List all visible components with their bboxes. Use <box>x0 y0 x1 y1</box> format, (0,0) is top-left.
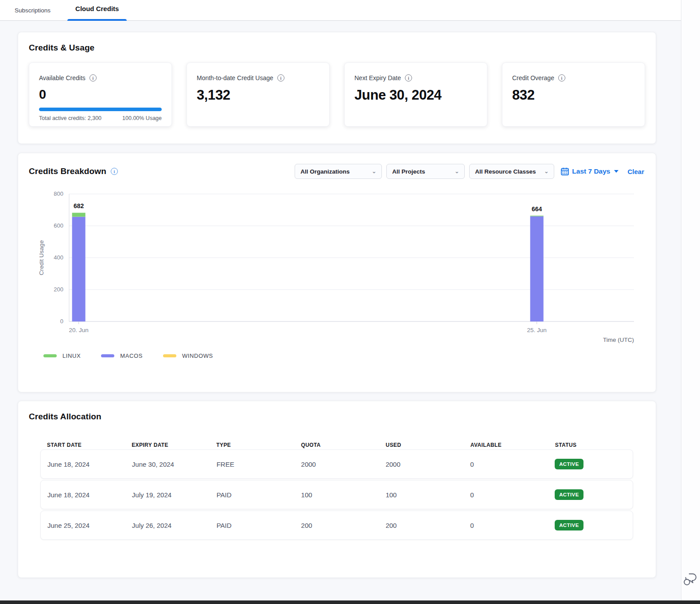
macos-legend-label: MACOS <box>120 352 143 359</box>
date-range-value: Last 7 Days <box>572 167 610 175</box>
cell-type: PAID <box>210 522 295 529</box>
tab-subscriptions[interactable]: Subscriptions <box>10 0 55 21</box>
cell-start-date: June 18, 2024 <box>41 461 125 468</box>
right-gutter <box>681 0 700 600</box>
svg-text:Credit Usage: Credit Usage <box>38 240 45 275</box>
next-expiry-label: Next Expiry Date <box>354 74 401 81</box>
col-start-date: START DATE <box>40 442 125 448</box>
windows-legend-swatch <box>163 354 176 357</box>
macos-legend-swatch <box>101 354 114 357</box>
chevron-down-icon: ⌄ <box>544 168 548 174</box>
tab-cloud-credits-label: Cloud Credits <box>75 5 119 12</box>
status-badge: ACTIVE <box>555 520 583 530</box>
svg-text:400: 400 <box>54 254 63 261</box>
resource-classes-select-value: All Resource Classes <box>475 168 536 175</box>
stat-cards-row: Available Credits i 0 Total active credi… <box>29 62 645 127</box>
table-row: June 18, 2024 July 19, 2024 PAID 100 100… <box>40 480 633 509</box>
credit-overage-card: Credit Overage i 832 <box>502 62 645 127</box>
credits-progress-fill <box>39 108 162 111</box>
breakdown-filters: All Organizations ⌄ All Projects ⌄ All R… <box>295 164 645 179</box>
credits-usage-panel: Credits & Usage Available Credits i 0 To… <box>18 32 656 144</box>
legend-item-linux[interactable]: LINUX <box>43 352 81 359</box>
mtd-usage-label: Month-to-date Credit Usage <box>197 74 273 81</box>
active-tab-underline <box>67 19 127 21</box>
info-icon[interactable]: i <box>89 74 97 81</box>
info-icon[interactable]: i <box>405 74 412 81</box>
status-badge: ACTIVE <box>555 459 583 469</box>
cell-used: 2000 <box>379 461 463 468</box>
credits-allocation-title: Credits Allocation <box>29 412 645 422</box>
cell-expiry-date: July 19, 2024 <box>125 491 210 499</box>
cell-quota: 2000 <box>295 461 379 468</box>
col-expiry-date: EXPIRY DATE <box>125 442 210 448</box>
tab-cloud-credits[interactable]: Cloud Credits <box>65 0 129 21</box>
cell-used: 200 <box>379 522 463 529</box>
col-status: STATUS <box>548 442 633 448</box>
col-type: TYPE <box>210 442 294 448</box>
cell-type: PAID <box>210 491 295 499</box>
svg-text:20. Jun: 20. Jun <box>69 327 89 333</box>
svg-text:0: 0 <box>60 318 63 325</box>
credits-breakdown-panel: Credits Breakdown i All Organizations ⌄ … <box>18 153 656 392</box>
linux-legend-label: LINUX <box>62 352 81 359</box>
clear-filters-button[interactable]: Clear <box>627 168 644 175</box>
legend-item-macos[interactable]: MACOS <box>101 352 143 359</box>
svg-text:200: 200 <box>54 286 63 293</box>
app-root: Subscriptions Cloud Credits Credits & Us… <box>0 0 700 604</box>
svg-text:600: 600 <box>54 222 63 229</box>
projects-select-value: All Projects <box>392 168 425 175</box>
svg-text:Time (UTC): Time (UTC) <box>603 337 634 343</box>
next-expiry-card: Next Expiry Date i June 30, 2024 <box>344 62 487 127</box>
allocation-table: START DATE EXPIRY DATE TYPE QUOTA USED A… <box>40 442 633 540</box>
cell-available: 0 <box>463 491 548 499</box>
svg-text:664: 664 <box>532 205 542 213</box>
cell-type: FREE <box>210 461 295 468</box>
credits-breakdown-title: Credits Breakdown <box>29 166 106 176</box>
mtd-usage-card: Month-to-date Credit Usage i 3,132 <box>187 62 330 127</box>
available-credits-value: 0 <box>39 87 162 102</box>
cell-available: 0 <box>463 522 548 529</box>
col-available: AVAILABLE <box>464 442 548 448</box>
calendar-icon <box>561 167 569 175</box>
support-chat-button[interactable] <box>683 573 698 587</box>
info-icon[interactable]: i <box>111 168 118 175</box>
tab-subscriptions-label: Subscriptions <box>15 7 51 14</box>
cell-quota: 100 <box>295 491 379 499</box>
info-icon[interactable]: i <box>558 74 565 81</box>
next-expiry-value: June 30, 2024 <box>354 87 477 103</box>
cell-expiry-date: June 30, 2024 <box>125 461 210 468</box>
organizations-select-value: All Organizations <box>300 168 350 175</box>
cell-start-date: June 18, 2024 <box>41 491 125 499</box>
cell-used: 100 <box>379 491 463 499</box>
credit-usage-bar-chart[interactable]: 020040060080068220. Jun66425. JunCredit … <box>29 190 646 346</box>
resource-classes-select[interactable]: All Resource Classes ⌄ <box>469 164 554 179</box>
credit-overage-label: Credit Overage <box>512 74 554 81</box>
usage-percent: 100.00% Usage <box>122 115 162 121</box>
legend-item-windows[interactable]: WINDOWS <box>163 352 213 359</box>
caret-down-icon <box>614 170 618 173</box>
date-range-picker[interactable]: Last 7 Days <box>561 167 618 175</box>
credit-overage-value: 832 <box>512 87 635 103</box>
available-credits-card: Available Credits i 0 Total active credi… <box>29 62 172 127</box>
mtd-usage-value: 3,132 <box>197 87 319 103</box>
table-header: START DATE EXPIRY DATE TYPE QUOTA USED A… <box>40 442 633 448</box>
info-icon[interactable]: i <box>277 74 284 81</box>
svg-text:682: 682 <box>74 202 84 209</box>
col-used: USED <box>379 442 464 448</box>
organizations-select[interactable]: All Organizations ⌄ <box>295 164 382 179</box>
chat-bubbles-icon <box>683 573 698 587</box>
col-quota: QUOTA <box>294 442 379 448</box>
credits-allocation-panel: Credits Allocation START DATE EXPIRY DAT… <box>18 401 656 578</box>
status-badge: ACTIVE <box>555 489 583 500</box>
main-content: Subscriptions Cloud Credits Credits & Us… <box>0 0 681 600</box>
cell-available: 0 <box>463 461 548 468</box>
bottom-edge-bar <box>0 600 700 604</box>
svg-text:800: 800 <box>54 190 63 197</box>
projects-select[interactable]: All Projects ⌄ <box>386 164 465 179</box>
total-active-credits: Total active credits: 2,300 <box>39 115 101 121</box>
table-row: June 18, 2024 June 30, 2024 FREE 2000 20… <box>40 449 633 479</box>
svg-text:25. Jun: 25. Jun <box>527 327 547 333</box>
cell-start-date: June 25, 2024 <box>41 522 125 529</box>
linux-legend-swatch <box>43 354 57 357</box>
windows-legend-label: WINDOWS <box>182 352 213 359</box>
